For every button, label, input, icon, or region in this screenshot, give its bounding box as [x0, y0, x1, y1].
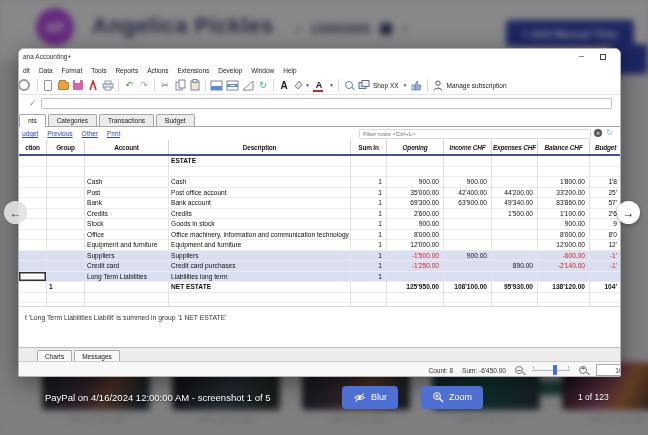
cell[interactable] — [444, 261, 492, 272]
cell[interactable]: 1 — [351, 272, 387, 283]
cell[interactable] — [492, 219, 538, 230]
cell[interactable]: 49'340.00 — [492, 198, 538, 209]
cell[interactable]: 1 — [351, 188, 387, 199]
menu-item-2[interactable]: Format — [58, 67, 87, 74]
cell[interactable] — [169, 303, 351, 306]
cell[interactable] — [19, 167, 47, 178]
cell[interactable] — [169, 167, 351, 178]
cell[interactable] — [169, 293, 351, 304]
cell[interactable]: -2'140.00 — [538, 261, 590, 272]
cell[interactable]: Equipment and furniture — [85, 240, 169, 251]
zoom-in-icon[interactable]: + — [579, 366, 587, 374]
bottom-tab-1[interactable]: Messages — [74, 350, 120, 361]
cell[interactable]: Equipment and furniture — [169, 240, 351, 251]
cell[interactable]: Goods in stock — [169, 219, 351, 230]
cell[interactable] — [47, 156, 85, 167]
cell[interactable] — [47, 219, 85, 230]
cell[interactable] — [590, 303, 620, 306]
cell[interactable] — [492, 272, 538, 283]
cell[interactable] — [444, 156, 492, 167]
cell[interactable]: 900.00 — [444, 251, 492, 262]
menu-item-9[interactable]: Help — [279, 67, 300, 74]
cell[interactable] — [590, 167, 620, 178]
font-icon[interactable]: A — [278, 79, 290, 92]
cell[interactable]: 1 — [351, 240, 387, 251]
cell[interactable]: -1' — [590, 261, 620, 272]
menu-item-3[interactable]: Tools — [87, 67, 110, 74]
cell[interactable]: 35'000.00 — [387, 188, 444, 199]
zoom-button[interactable]: Zoom — [421, 386, 483, 409]
cell[interactable] — [590, 293, 620, 304]
cell[interactable] — [19, 156, 47, 167]
cell[interactable]: Credit card purchases — [169, 261, 351, 272]
tab-2[interactable]: Transactions — [99, 114, 154, 126]
cell[interactable]: 8'000.00 — [387, 230, 444, 241]
open-file-icon[interactable] — [57, 79, 69, 92]
filter-box[interactable] — [359, 129, 591, 139]
cell[interactable] — [47, 230, 85, 241]
cell[interactable] — [387, 303, 444, 306]
pdf-icon[interactable] — [87, 79, 99, 92]
cell[interactable]: 900.00 — [538, 219, 590, 230]
table-row[interactable]: StockGoods in stock1900.00900.009 — [19, 219, 620, 230]
cell[interactable]: -1' — [590, 251, 620, 262]
table-row[interactable] — [19, 293, 620, 304]
cut-icon[interactable]: ✂ — [159, 79, 171, 92]
menu-item-6[interactable]: Extensions — [173, 67, 213, 74]
cell[interactable] — [538, 303, 590, 306]
cell[interactable] — [47, 251, 85, 262]
column-header-2[interactable]: Account — [85, 140, 169, 154]
cell[interactable] — [387, 272, 444, 283]
next-screenshot-button[interactable]: → — [617, 201, 640, 224]
new-file-icon[interactable] — [42, 79, 54, 92]
cell[interactable]: Bank account — [169, 198, 351, 209]
cell[interactable]: NET ESTATE — [169, 282, 351, 293]
menu-item-0[interactable]: dit — [19, 67, 34, 74]
search-icon[interactable] — [343, 79, 355, 92]
cell[interactable]: 8'000.00 — [538, 230, 590, 241]
cell[interactable] — [19, 251, 47, 262]
menu-item-7[interactable]: Develop — [214, 67, 246, 74]
table-row[interactable]: CreditsCredits12'600.001'500.001'100.002… — [19, 209, 620, 220]
cell[interactable] — [538, 272, 590, 283]
cell[interactable]: 44'200.00 — [492, 188, 538, 199]
cell[interactable]: 2'6 — [590, 209, 620, 220]
column-header-1[interactable]: Group — [47, 140, 85, 154]
cell[interactable]: 8'0 — [590, 230, 620, 241]
thumbs-up-icon[interactable] — [411, 79, 423, 92]
zoom-slider[interactable] — [532, 365, 570, 375]
cell[interactable] — [47, 261, 85, 272]
tab-1[interactable]: Categories — [48, 114, 97, 126]
cell[interactable] — [538, 293, 590, 304]
zoom-value[interactable]: 100 — [596, 364, 621, 376]
table-row[interactable]: 1NET ESTATE125'950.00108'100.0095'930.00… — [19, 282, 620, 293]
cell[interactable] — [19, 261, 47, 272]
cell[interactable]: 1 — [351, 177, 387, 188]
print-icon[interactable] — [102, 79, 114, 92]
cell[interactable]: 33'200.00 — [538, 188, 590, 199]
cell[interactable] — [47, 188, 85, 199]
undo-icon[interactable]: ↶ — [123, 79, 135, 92]
cell[interactable] — [19, 240, 47, 251]
cell[interactable]: 125'950.00 — [387, 282, 444, 293]
cell[interactable]: 138'120.00 — [538, 282, 590, 293]
cell[interactable]: Post — [85, 188, 169, 199]
cell[interactable]: 12'000.00 — [387, 240, 444, 251]
previous-screenshot-button[interactable]: ← — [4, 201, 27, 224]
cell[interactable] — [19, 188, 47, 199]
cell[interactable] — [492, 156, 538, 167]
column-header-3[interactable]: Description — [169, 140, 351, 154]
table-row[interactable]: CashCash1900.00900.001'800.001'8 — [19, 177, 620, 188]
cell[interactable]: 12' — [590, 240, 620, 251]
cell[interactable]: 1 — [351, 198, 387, 209]
cell[interactable] — [444, 240, 492, 251]
tab-3[interactable]: Budget — [156, 114, 195, 126]
cell[interactable]: 83'860.00 — [538, 198, 590, 209]
cell[interactable] — [492, 303, 538, 306]
add-row-icon[interactable] — [210, 79, 223, 92]
cell[interactable] — [444, 303, 492, 306]
set-square-icon[interactable] — [242, 79, 254, 92]
filter-clear-icon[interactable]: ✕ — [594, 129, 602, 137]
table-row[interactable]: BankBank account169'300.0063'900.0049'34… — [19, 198, 620, 209]
cell[interactable]: 95'930.00 — [492, 282, 538, 293]
